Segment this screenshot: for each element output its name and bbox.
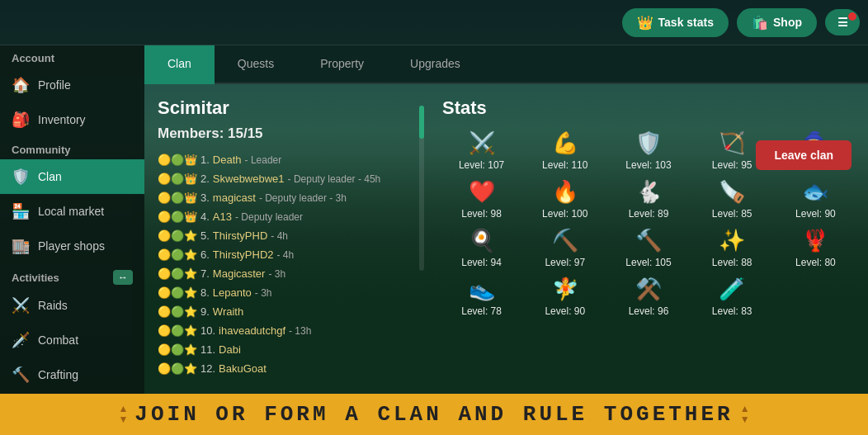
tab-bar: Clan Quests Property Upgrades	[144, 45, 868, 84]
task-stats-button[interactable]: 👑 Task stats	[622, 8, 729, 37]
stat-level: Level: 103	[625, 159, 671, 171]
stat-skill-icon: ⚔️	[469, 130, 495, 156]
shop-button[interactable]: 🛍️ Shop	[737, 8, 817, 37]
stat-skill-icon: 🏹	[719, 130, 745, 156]
combat-icon: 🗡️	[12, 331, 30, 349]
member-role: - Deputy leader - 45h	[288, 173, 381, 185]
activities-header: Activities	[12, 272, 59, 284]
stat-level: Level: 96	[629, 305, 669, 317]
sidebar-item-player-shops[interactable]: 🏬 Player shops	[0, 229, 144, 263]
stat-level: Level: 78	[461, 305, 502, 317]
stat-level: Level: 95	[712, 159, 752, 171]
sidebar-item-local-market[interactable]: 🏪 Local market	[0, 194, 144, 229]
stat-level: Level: 98	[461, 208, 502, 220]
members-list[interactable]: 🟡🟢👑 1. Death - Leader 🟡🟢👑 2. Skwebwebwe1…	[158, 150, 401, 394]
member-name: magicast	[213, 191, 256, 204]
right-arrows: ▲ ▼	[740, 404, 750, 425]
sidebar-item-inventory[interactable]: 🎒 Inventory	[0, 102, 144, 137]
stat-skill-icon: 🧪	[719, 277, 745, 302]
sidebar-item-clan[interactable]: 🛡️ Clan	[0, 159, 144, 194]
member-number: 8.	[200, 286, 210, 299]
sidebar-item-crafting[interactable]: 🔨 Crafting	[0, 357, 144, 392]
stat-cell: 🪚 Level: 85	[693, 179, 771, 220]
account-header: Account	[0, 45, 144, 68]
member-name: ThirstyPHD2	[213, 248, 274, 261]
activities-toggle-button[interactable]: ↔	[113, 270, 133, 285]
clan-icon: 🛡️	[12, 168, 30, 186]
member-icons: 🟡🟢⭐	[158, 362, 197, 375]
clan-label: Clan	[38, 170, 62, 183]
sidebar-item-combat[interactable]: 🗡️ Combat	[0, 323, 144, 357]
list-item: 🟡🟢⭐ 9. Wraith	[158, 302, 401, 321]
member-name: Wraith	[213, 305, 243, 318]
crafting-label: Crafting	[38, 368, 78, 381]
clan-panel: Scimitar Members: 15/15 🟡🟢👑 1. Death - L…	[158, 97, 401, 381]
shop-icon: 🛍️	[752, 15, 768, 31]
tab-property[interactable]: Property	[297, 45, 387, 84]
stat-skill-icon: 🦞	[802, 228, 828, 253]
member-icons: 🟡🟢⭐	[158, 267, 197, 280]
stat-cell: 🛡️ Level: 103	[609, 130, 687, 171]
stat-cell: 👟 Level: 78	[442, 277, 521, 317]
stat-cell: 🐟 Level: 90	[776, 179, 855, 220]
community-header: Community	[0, 137, 144, 159]
bottom-banner: ▲ ▼ JOIN OR FORM A CLAN AND RULE TOGETHE…	[0, 394, 868, 435]
tab-quests[interactable]: Quests	[215, 45, 297, 84]
member-number: 5.	[200, 229, 210, 242]
content-area: Clan Quests Property Upgrades Leave clan…	[144, 45, 868, 394]
stat-cell: 🔨 Level: 105	[609, 228, 687, 268]
member-role: - Deputy leader	[235, 211, 303, 223]
stat-skill-icon: 🐟	[802, 179, 828, 205]
member-role: - 13h	[289, 325, 311, 337]
stat-skill-icon: 🔨	[635, 228, 662, 253]
member-name: Dabi	[219, 343, 241, 356]
member-name: ihaveadutchgf	[219, 324, 285, 337]
market-icon: 🏪	[12, 202, 30, 220]
list-item: 🟡🟢⭐ 12. BakuGoat	[158, 359, 401, 378]
scroll-indicator	[419, 106, 424, 271]
stat-skill-icon: 🛡️	[635, 130, 662, 156]
member-number: 7.	[200, 267, 210, 280]
stat-cell: 🧚 Level: 90	[526, 277, 604, 317]
stat-cell: 💪 Level: 110	[526, 130, 604, 171]
sidebar-item-profile[interactable]: 🏠 Profile	[0, 68, 144, 102]
stat-level: Level: 105	[625, 257, 671, 268]
stat-level: Level: 80	[795, 257, 836, 268]
stat-cell: 🐇 Level: 89	[609, 179, 687, 220]
member-icons: 🟡🟢⭐	[158, 229, 197, 242]
stat-cell: 🔥 Level: 100	[526, 179, 604, 220]
member-name: ThirstyPHD	[213, 229, 267, 242]
activities-section: Activities ↔	[0, 263, 144, 288]
inner-content: Scimitar Members: 15/15 🟡🟢👑 1. Death - L…	[144, 84, 868, 394]
stat-cell: 🦞 Level: 80	[776, 228, 855, 268]
list-item: 🟡🟢⭐ 8. Lepanto - 3h	[158, 283, 401, 302]
notification-dot	[848, 12, 856, 21]
list-item: 🟡🟢👑 4. A13 - Deputy leader	[158, 207, 401, 226]
stat-skill-icon: 💪	[552, 130, 578, 156]
tab-clan[interactable]: Clan	[144, 45, 215, 84]
member-icons: 🟡🟢⭐	[158, 286, 197, 299]
raids-icon: ⚔️	[12, 296, 30, 314]
list-item: 🟡🟢👑 2. Skwebwebwe1 - Deputy leader - 45h	[158, 169, 401, 188]
player-shops-label: Player shops	[38, 239, 105, 253]
raids-label: Raids	[38, 299, 68, 312]
member-icons: 🟡🟢⭐	[158, 343, 197, 356]
stat-level: Level: 85	[712, 208, 752, 220]
stat-cell: ⚔️ Level: 107	[442, 130, 521, 171]
local-market-label: Local market	[38, 205, 104, 218]
sidebar-item-raids[interactable]: ⚔️ Raids	[0, 288, 144, 323]
stat-skill-icon: ⛏️	[552, 228, 578, 253]
topbar: 👑 Task stats 🛍️ Shop ☰	[0, 0, 868, 45]
leave-clan-button[interactable]: Leave clan	[756, 140, 851, 170]
member-number: 1.	[200, 154, 210, 166]
list-item: 🟡🟢⭐ 5. ThirstyPHD - 4h	[158, 226, 401, 245]
stat-skill-icon: 🐇	[635, 179, 662, 205]
menu-button[interactable]: ☰	[825, 9, 860, 35]
tab-upgrades[interactable]: Upgrades	[387, 45, 484, 84]
stat-skill-icon: 🪚	[719, 179, 745, 205]
list-item: 🟡🟢👑 1. Death - Leader	[158, 150, 401, 169]
profile-icon: 🏠	[12, 76, 30, 94]
member-role: - Deputy leader - 3h	[259, 192, 347, 204]
member-icons: 🟡🟢⭐	[158, 305, 197, 318]
member-role: - Leader	[245, 154, 282, 166]
